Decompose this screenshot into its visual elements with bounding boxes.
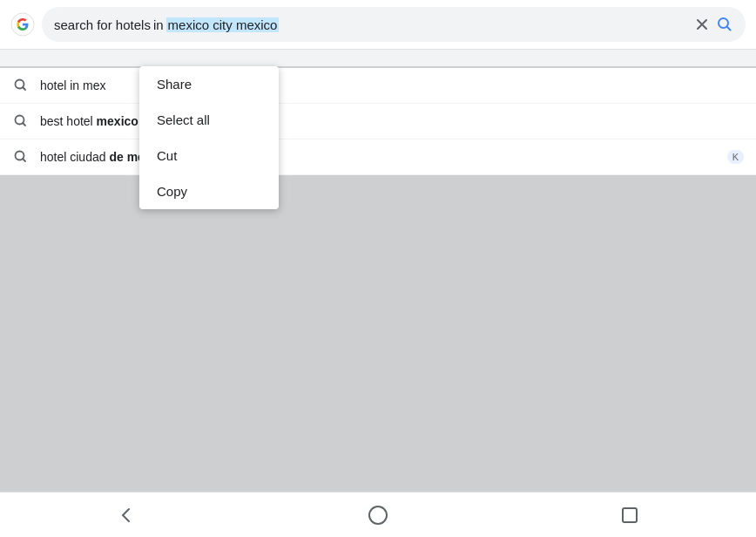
suggestion-badge-K: K [727,150,744,164]
context-menu-item-share[interactable]: Share [139,66,279,102]
svg-rect-6 [623,508,637,522]
overview-button[interactable] [609,494,651,536]
search-text-content: search for hotels in mexico city mexico [54,17,688,32]
search-icon [12,112,30,130]
close-icon[interactable] [693,16,711,33]
google-icon [10,12,35,37]
search-icon[interactable] [716,16,733,33]
search-icon [12,77,30,94]
context-menu-item-cut[interactable]: Cut [139,138,279,173]
nav-bar [0,492,756,537]
back-button[interactable] [105,494,147,536]
search-bar[interactable]: search for hotels in mexico city mexico [42,7,746,42]
search-text-highlighted: mexico city mexico [166,17,280,32]
search-text-part1: search for hotels [54,17,151,32]
search-text-part2: in [153,17,164,32]
search-icon [12,148,30,166]
context-menu-item-select-all[interactable]: Select all [139,102,279,138]
context-menu: Share Select all Cut Copy [139,66,279,209]
home-button[interactable] [357,494,399,536]
suggestion-item-hotel-in-mex[interactable]: hotel in mex [0,68,756,104]
search-container: search for hotels in mexico city mexico [0,0,756,50]
suggestion-item-best-hotel[interactable]: best hotel mexico city in [0,104,756,139]
svg-point-5 [369,506,387,524]
context-menu-item-copy[interactable]: Copy [139,173,279,209]
suggestions-list: hotel in mex best hotel mexico city in h… [0,68,756,175]
suggestion-item-hotel-ciudad[interactable]: hotel ciudad de mexico gran K [0,139,756,175]
